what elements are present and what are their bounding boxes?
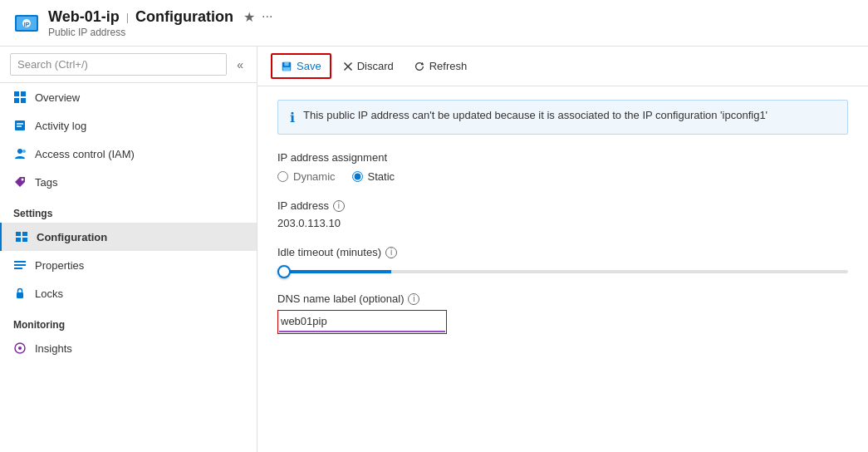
sidebar-item-tags[interactable]: Tags <box>0 168 257 196</box>
dns-input-wrapper <box>277 310 447 334</box>
svg-point-11 <box>17 149 22 154</box>
idle-timeout-section: Idle timeout (minutes) i <box>277 246 848 276</box>
tags-label: Tags <box>35 176 57 189</box>
ip-assignment-label: IP address assignment <box>277 151 848 164</box>
idle-timeout-info-icon[interactable]: i <box>385 247 397 258</box>
svg-rect-8 <box>15 120 25 130</box>
activity-log-label: Activity log <box>35 120 86 132</box>
search-bar: « <box>0 47 257 83</box>
svg-rect-19 <box>14 264 26 266</box>
svg-point-23 <box>18 346 22 350</box>
refresh-icon <box>414 61 425 72</box>
overview-label: Overview <box>35 91 80 104</box>
more-options-icon[interactable]: ··· <box>262 9 272 24</box>
resource-type-label: Public IP address <box>48 27 272 38</box>
tags-icon <box>13 175 27 189</box>
sidebar-item-properties[interactable]: Properties <box>0 251 257 279</box>
page-header: IP Web-01-ip | Configuration ★ ··· Publi… <box>0 0 868 47</box>
configuration-label: Configuration <box>37 231 107 243</box>
collapse-button[interactable]: « <box>233 56 247 73</box>
main-layout: « Overview Activity log Access control (… <box>0 47 868 452</box>
sidebar: « Overview Activity log Access control (… <box>0 47 257 452</box>
svg-rect-4 <box>14 91 19 96</box>
header-title-group: Web-01-ip | Configuration ★ ··· Public I… <box>48 8 272 38</box>
idle-timeout-slider[interactable] <box>277 270 848 273</box>
sidebar-item-access-control[interactable]: Access control (IAM) <box>0 140 257 168</box>
dynamic-radio-option[interactable]: Dynamic <box>277 170 336 183</box>
ip-address-value: 203.0.113.10 <box>277 217 848 229</box>
svg-rect-14 <box>16 232 21 236</box>
dynamic-radio[interactable] <box>277 171 288 182</box>
dynamic-label: Dynamic <box>293 170 336 183</box>
favorite-icon[interactable]: ★ <box>243 9 255 25</box>
properties-label: Properties <box>35 259 84 272</box>
info-banner-icon: ℹ <box>290 110 295 125</box>
dns-field-label: DNS name label (optional) i <box>277 292 848 305</box>
info-banner-message: This public IP address can't be updated … <box>303 109 767 121</box>
header-separator: | <box>126 11 129 23</box>
discard-icon <box>343 61 353 71</box>
resource-icon: IP <box>13 10 40 37</box>
svg-rect-17 <box>22 238 27 242</box>
svg-rect-20 <box>14 268 22 269</box>
locks-icon <box>13 287 27 300</box>
overview-icon <box>13 91 27 104</box>
svg-rect-18 <box>14 261 26 263</box>
ip-address-info-icon[interactable]: i <box>333 200 345 212</box>
svg-text:IP: IP <box>24 21 30 27</box>
svg-rect-15 <box>22 232 27 236</box>
idle-timeout-slider-container <box>277 263 848 276</box>
svg-rect-6 <box>14 98 19 103</box>
svg-rect-5 <box>21 91 26 96</box>
toolbar: Save Discard Refresh <box>257 47 868 86</box>
refresh-button[interactable]: Refresh <box>405 55 476 77</box>
ip-assignment-section: IP address assignment Dynamic Static <box>277 151 848 183</box>
save-button[interactable]: Save <box>271 53 331 79</box>
sidebar-item-insights[interactable]: Insights <box>0 334 257 362</box>
activity-log-icon <box>13 119 27 132</box>
access-control-label: Access control (IAM) <box>35 148 135 160</box>
properties-icon <box>13 258 27 272</box>
discard-button[interactable]: Discard <box>335 55 402 77</box>
content-area: Save Discard Refresh ℹ This public IP ad… <box>257 47 868 452</box>
dns-section: DNS name label (optional) i <box>277 292 848 334</box>
resource-name: Web-01-ip <box>48 8 120 26</box>
monitoring-section-label: Monitoring <box>0 307 257 334</box>
ip-address-section: IP address i 203.0.113.10 <box>277 199 848 229</box>
idle-timeout-field-label: Idle timeout (minutes) i <box>277 246 848 258</box>
content-body: ℹ This public IP address can't be update… <box>257 86 868 452</box>
configuration-icon <box>15 230 28 243</box>
page-title: Configuration <box>135 8 233 26</box>
sidebar-item-configuration[interactable]: Configuration <box>0 223 257 251</box>
info-banner: ℹ This public IP address can't be update… <box>277 100 848 135</box>
insights-icon <box>13 341 27 355</box>
ip-assignment-radio-group: Dynamic Static <box>277 170 848 183</box>
svg-rect-7 <box>21 98 26 103</box>
sidebar-item-locks[interactable]: Locks <box>0 279 257 307</box>
insights-label: Insights <box>35 342 72 355</box>
locks-label: Locks <box>35 287 63 300</box>
save-label: Save <box>297 60 321 72</box>
dns-info-icon[interactable]: i <box>408 293 419 305</box>
svg-rect-26 <box>283 66 291 70</box>
static-radio-option[interactable]: Static <box>352 170 395 183</box>
svg-rect-25 <box>284 61 288 65</box>
settings-section-label: Settings <box>0 196 257 223</box>
svg-rect-16 <box>16 238 21 242</box>
svg-point-12 <box>22 150 26 153</box>
static-label: Static <box>368 170 395 183</box>
dns-name-input[interactable] <box>279 312 445 332</box>
ip-address-field-label: IP address i <box>277 199 848 212</box>
refresh-label: Refresh <box>429 60 468 72</box>
iam-icon <box>13 147 27 160</box>
sidebar-item-activity-log[interactable]: Activity log <box>0 111 257 140</box>
svg-point-13 <box>22 179 24 181</box>
sidebar-item-overview[interactable]: Overview <box>0 83 257 111</box>
svg-rect-21 <box>17 292 23 298</box>
search-input[interactable] <box>10 53 227 76</box>
static-radio[interactable] <box>352 171 363 182</box>
discard-label: Discard <box>357 60 394 72</box>
save-icon <box>281 61 292 72</box>
